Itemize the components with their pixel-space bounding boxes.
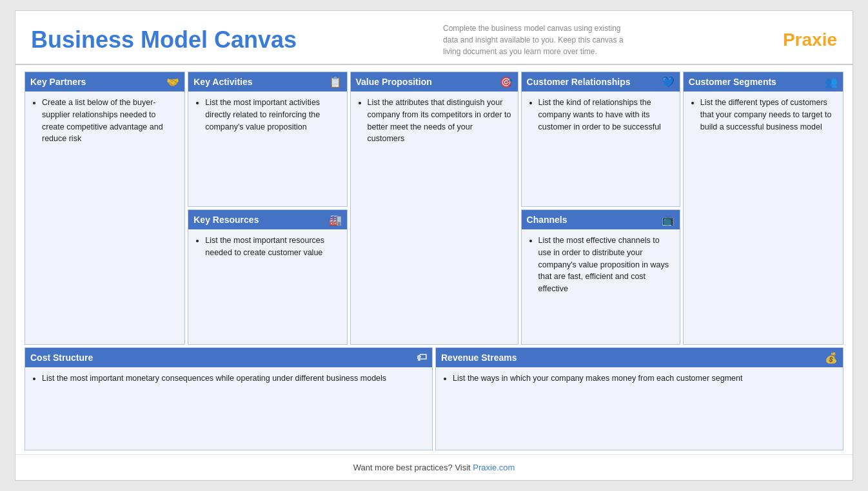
key-partners-icon: 🤝 [166, 76, 179, 88]
cost-structure-icon: 🏷 [417, 352, 427, 363]
customer-relationships-content: List the kind of relationships the compa… [522, 91, 680, 206]
key-resources-icon: 🏭 [329, 214, 342, 226]
customer-segments-content: List the different types of customers th… [684, 91, 843, 344]
revenue-streams-cell: Revenue Streams 💰 List the ways in which… [435, 347, 843, 450]
channels-header: Channels 📺 [522, 210, 680, 229]
channels-icon: 📺 [662, 214, 675, 226]
customer-relationships-icon: 💙 [662, 76, 675, 88]
list-item: List the different types of customers th… [700, 97, 836, 133]
header-subtitle: Complete the business model canvas using… [443, 23, 636, 57]
list-item: List the most effective channels to use … [538, 235, 673, 295]
cost-structure-title: Cost Structure [30, 352, 93, 363]
activities-resources-column: Key Activities 📋 List the most important… [188, 72, 347, 345]
relationships-channels-column: Customer Relationships 💙 List the kind o… [521, 72, 680, 345]
key-partners-title: Key Partners [30, 77, 86, 87]
header: Business Model Canvas Complete the busin… [15, 11, 853, 65]
value-proposition-header: Value Proposition 🎯 [351, 72, 518, 91]
key-activities-header: Key Activities 📋 [188, 72, 346, 91]
value-proposition-content: List the attributes that distinguish you… [351, 91, 518, 344]
revenue-streams-title: Revenue Streams [441, 352, 517, 363]
channels-title: Channels [527, 215, 567, 225]
key-partners-cell: Key Partners 🤝 Create a list below of th… [25, 72, 185, 345]
list-item: List the most important activities direc… [205, 97, 340, 133]
customer-segments-header: Customer Segments 👥 [684, 72, 843, 91]
key-resources-title: Key Resources [193, 215, 259, 225]
list-item: List the most important resources needed… [205, 235, 340, 259]
revenue-streams-header: Revenue Streams 💰 [436, 348, 843, 367]
page-title: Business Model Canvas [31, 26, 297, 53]
cost-structure-header: Cost Structure 🏷 [25, 348, 432, 367]
channels-cell: Channels 📺 List the most effective chann… [521, 209, 680, 345]
key-partners-header: Key Partners 🤝 [25, 72, 184, 91]
list-item: List the attributes that distinguish you… [368, 97, 511, 145]
canvas-body: Key Partners 🤝 Create a list below of th… [15, 65, 853, 450]
list-item: Create a list below of the buyer-supplie… [42, 97, 178, 145]
value-proposition-icon: 🎯 [500, 76, 513, 88]
channels-content: List the most effective channels to use … [522, 229, 680, 344]
customer-segments-title: Customer Segments [689, 77, 776, 87]
key-partners-content: Create a list below of the buyer-supplie… [25, 91, 184, 344]
logo-text: Praxi [783, 30, 827, 50]
value-proposition-title: Value Proposition [356, 77, 432, 87]
footer-link[interactable]: Praxie.com [473, 463, 515, 472]
customer-segments-icon: 👥 [825, 76, 838, 88]
list-item: List the kind of relationships the compa… [538, 97, 673, 133]
customer-segments-cell: Customer Segments 👥 List the different t… [683, 72, 843, 345]
key-activities-icon: 📋 [329, 76, 342, 88]
revenue-streams-icon: 💰 [825, 352, 838, 364]
revenue-streams-content: List the ways in which your company make… [436, 367, 843, 450]
customer-relationships-title: Customer Relationships [527, 77, 631, 87]
key-resources-cell: Key Resources 🏭 List the most important … [188, 209, 347, 345]
list-item: List the most important monetary consequ… [42, 372, 426, 385]
key-activities-title: Key Activities [193, 77, 252, 87]
footer-text: Want more best practices? Visit [353, 463, 473, 472]
customer-relationships-cell: Customer Relationships 💙 List the kind o… [521, 72, 680, 207]
customer-relationships-header: Customer Relationships 💙 [522, 72, 680, 91]
logo-dot: e [827, 30, 837, 50]
list-item: List the ways in which your company make… [453, 372, 836, 385]
value-proposition-cell: Value Proposition 🎯 List the attributes … [350, 72, 518, 345]
canvas-bottom-row: Cost Structure 🏷 List the most important… [25, 347, 843, 450]
key-resources-header: Key Resources 🏭 [188, 210, 346, 229]
key-activities-content: List the most important activities direc… [188, 91, 346, 206]
key-resources-content: List the most important resources needed… [188, 229, 346, 344]
key-activities-cell: Key Activities 📋 List the most important… [188, 72, 347, 207]
cost-structure-cell: Cost Structure 🏷 List the most important… [25, 347, 433, 450]
cost-structure-content: List the most important monetary consequ… [25, 367, 432, 450]
footer: Want more best practices? Visit Praxie.c… [15, 454, 853, 480]
logo: Praxie [783, 30, 837, 50]
page-wrapper: Business Model Canvas Complete the busin… [15, 10, 853, 481]
canvas-top-row: Key Partners 🤝 Create a list below of th… [25, 72, 843, 345]
